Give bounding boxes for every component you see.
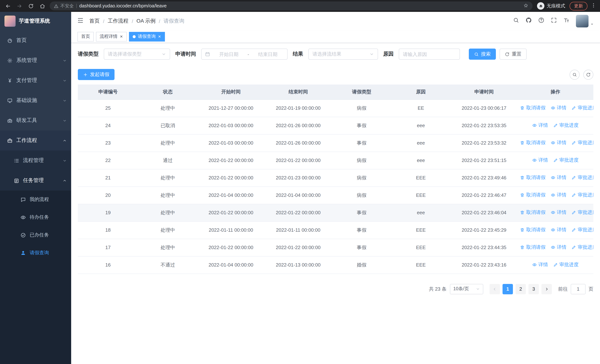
cell-reason: eee	[391, 134, 450, 152]
create-leave-button[interactable]: 发起请假	[78, 69, 114, 80]
date-range-input[interactable]: -	[201, 48, 288, 60]
leave-type-select[interactable]: 请选择请假类型	[104, 48, 170, 60]
sidebar-item-infrastructure[interactable]: 基础设施	[0, 90, 71, 111]
progress-link[interactable]: 审批进度	[553, 261, 579, 268]
page-button-1[interactable]: 1	[503, 284, 513, 294]
progress-link[interactable]: 审批进度	[572, 192, 593, 198]
next-page-button[interactable]	[542, 284, 552, 294]
detail-link[interactable]: 详情	[551, 140, 566, 146]
sidebar-item-todo-tasks[interactable]: 待办任务	[0, 208, 71, 226]
breadcrumb-item[interactable]: 工作流程	[108, 18, 128, 24]
forward-button[interactable]	[15, 2, 23, 10]
detail-link[interactable]: 详情	[551, 209, 566, 216]
detail-link[interactable]: 详情	[551, 227, 566, 233]
browser-menu-button[interactable]	[591, 3, 596, 9]
detail-link[interactable]: 详情	[532, 157, 548, 164]
sidebar-item-system-mgmt[interactable]: 系统管理	[0, 50, 71, 70]
cancel-leave-link[interactable]: 取消请假	[520, 244, 545, 251]
user-menu[interactable]	[576, 15, 594, 28]
font-size-button[interactable]	[563, 17, 570, 25]
prev-page-button[interactable]	[489, 284, 500, 294]
home-button[interactable]	[38, 2, 46, 10]
tab-leave-query[interactable]: 请假查询	[129, 32, 165, 41]
sidebar-item-leave-query[interactable]: 请假查询	[0, 244, 71, 262]
refresh-icon	[586, 72, 591, 77]
cancel-leave-link[interactable]: 取消请假	[520, 140, 545, 146]
app-logo[interactable]: 芋道管理系统	[0, 12, 71, 30]
cancel-leave-link[interactable]: 取消请假	[520, 105, 545, 111]
tab-home[interactable]: 首页	[77, 32, 94, 41]
detail-link[interactable]: 详情	[551, 174, 566, 181]
github-button[interactable]	[525, 17, 532, 25]
page-size-select[interactable]: 10条/页	[450, 284, 483, 294]
reload-button[interactable]	[27, 2, 35, 10]
reload-icon	[28, 3, 34, 9]
sidebar-item-home[interactable]: 首页	[0, 30, 71, 50]
sidebar-item-dev-tools[interactable]: 研发工具	[0, 111, 71, 131]
progress-link[interactable]: 审批进度	[553, 157, 579, 164]
sidebar-item-my-process[interactable]: 我的流程	[0, 191, 71, 208]
cancel-leave-link[interactable]: 取消请假	[520, 192, 545, 198]
sidebar-collapse-button[interactable]	[77, 17, 84, 25]
progress-link[interactable]: 审批进度	[572, 244, 593, 251]
detail-link[interactable]: 详情	[532, 261, 548, 268]
op-label: 审批进度	[559, 157, 579, 164]
page-button-3[interactable]: 3	[528, 284, 539, 294]
leave-type-placeholder: 请选择请假类型	[108, 51, 141, 57]
progress-link[interactable]: 审批进度	[572, 209, 593, 216]
filter-reason: 原因	[383, 48, 460, 60]
cell-reason: EE	[391, 99, 450, 117]
progress-link[interactable]: 审批进度	[572, 105, 593, 111]
cell-end-time: 2022-01-19 00:00:00	[264, 99, 332, 117]
toggle-search-button[interactable]	[570, 69, 580, 80]
end-date-input[interactable]	[252, 51, 284, 57]
table-header-cell: 申请编号	[78, 84, 138, 99]
back-button[interactable]	[4, 2, 12, 10]
tab-close-icon[interactable]	[158, 35, 161, 38]
breadcrumb-item[interactable]: 首页	[89, 18, 100, 24]
sidebar-item-payment-mgmt[interactable]: 支付管理	[0, 70, 71, 90]
breadcrumb-item[interactable]: OA 示例	[137, 18, 156, 24]
detail-link[interactable]: 详情	[551, 244, 566, 251]
result-select[interactable]: 请选择流结果	[308, 48, 378, 60]
cancel-leave-link[interactable]: 取消请假	[520, 209, 545, 216]
search-submit-button[interactable]: 搜索	[469, 48, 496, 60]
sidebar-item-workflow[interactable]: 工作流程	[0, 131, 71, 150]
reason-input[interactable]	[403, 51, 456, 57]
sidebar-item-done-tasks[interactable]: 已办任务	[0, 226, 71, 244]
filter-result: 结果 请选择流结果	[293, 48, 378, 60]
refresh-table-button[interactable]	[583, 69, 593, 80]
fontsize-icon	[563, 17, 570, 23]
search-form: 请假类型 请选择请假类型 申请时间 -	[78, 48, 593, 60]
sidebar-item-label: 已办任务	[30, 232, 49, 238]
goto-page-input[interactable]	[571, 284, 586, 294]
op-label: 详情	[557, 192, 566, 198]
search-button[interactable]	[513, 17, 519, 25]
detail-link[interactable]: 详情	[532, 122, 548, 129]
tab-process-detail[interactable]: 流程详情	[96, 32, 127, 41]
sidebar-item-process-mgmt[interactable]: 流程管理	[0, 150, 71, 170]
start-date-input[interactable]	[213, 51, 245, 57]
cell-reason: eee	[391, 204, 450, 221]
cancel-leave-link[interactable]: 取消请假	[520, 174, 545, 181]
sidebar-filler	[0, 262, 71, 364]
bookmark-star-icon[interactable]	[523, 3, 528, 9]
help-button[interactable]	[538, 17, 544, 25]
progress-link[interactable]: 审批进度	[572, 140, 593, 146]
page-button-2[interactable]: 2	[516, 284, 526, 294]
cell-end-time: 2022-01-04 00:00:00	[264, 187, 332, 204]
progress-link[interactable]: 审批进度	[572, 174, 593, 181]
avatar[interactable]	[576, 15, 589, 28]
tab-close-icon[interactable]	[120, 35, 123, 38]
caret-down-icon	[590, 22, 594, 26]
cancel-leave-link[interactable]: 取消请假	[520, 227, 545, 233]
address-bar[interactable]: 不安全 dashboard.yudao.iocoder.cn/bpm/oa/le…	[50, 1, 533, 10]
progress-link[interactable]: 审批进度	[572, 227, 593, 233]
progress-link[interactable]: 审批进度	[553, 122, 579, 129]
reset-button[interactable]: 重置	[500, 48, 527, 60]
fullscreen-button[interactable]	[551, 17, 557, 25]
detail-link[interactable]: 详情	[551, 105, 566, 111]
update-button[interactable]: 更新	[570, 2, 587, 10]
detail-link[interactable]: 详情	[551, 192, 566, 198]
sidebar-item-task-mgmt[interactable]: 任务管理	[0, 170, 71, 191]
